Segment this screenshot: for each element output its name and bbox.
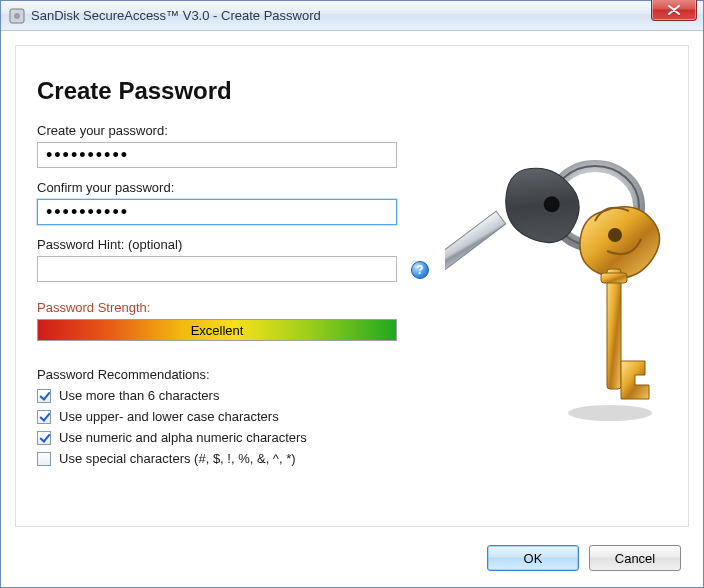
recommendation-checkbox[interactable]: [37, 431, 51, 445]
close-icon: [668, 5, 680, 15]
svg-point-9: [568, 405, 652, 421]
window-title: SanDisk SecureAccess™ V3.0 - Create Pass…: [31, 8, 321, 23]
strength-meter: Excellent: [37, 319, 397, 341]
content-area: Create Password Create your password: Co…: [1, 31, 703, 587]
hint-label: Password Hint: (optional): [37, 237, 397, 252]
svg-rect-8: [601, 273, 627, 283]
svg-rect-5: [445, 211, 506, 305]
recommendation-checkbox[interactable]: [37, 452, 51, 466]
recommendation-item: Use numeric and alpha numeric characters: [37, 430, 667, 445]
help-icon[interactable]: ?: [411, 261, 429, 279]
recommendation-checkbox[interactable]: [37, 389, 51, 403]
cancel-button[interactable]: Cancel: [589, 545, 681, 571]
recommendation-label: Use upper- and lower case characters: [59, 409, 279, 424]
recommendation-label: Use numeric and alpha numeric characters: [59, 430, 307, 445]
app-window: SanDisk SecureAccess™ V3.0 - Create Pass…: [0, 0, 704, 588]
app-icon: [9, 8, 25, 24]
ok-button[interactable]: OK: [487, 545, 579, 571]
dialog-buttons: OK Cancel: [487, 545, 681, 571]
create-password-label: Create your password:: [37, 123, 667, 138]
strength-value: Excellent: [191, 323, 244, 338]
page-title: Create Password: [37, 77, 667, 105]
titlebar: SanDisk SecureAccess™ V3.0 - Create Pass…: [1, 1, 703, 31]
confirm-password-input[interactable]: [37, 199, 397, 225]
svg-point-6: [608, 228, 622, 242]
create-password-input[interactable]: [37, 142, 397, 168]
recommendation-item: Use special characters (#, $, !, %, &, ^…: [37, 451, 667, 466]
recommendation-label: Use more than 6 characters: [59, 388, 219, 403]
svg-point-1: [14, 13, 20, 19]
recommendation-checkbox[interactable]: [37, 410, 51, 424]
svg-rect-7: [607, 269, 621, 389]
recommendation-label: Use special characters (#, $, !, %, &, ^…: [59, 451, 296, 466]
keys-illustration: [445, 151, 675, 431]
close-button[interactable]: [651, 0, 697, 21]
hint-input[interactable]: [37, 256, 397, 282]
